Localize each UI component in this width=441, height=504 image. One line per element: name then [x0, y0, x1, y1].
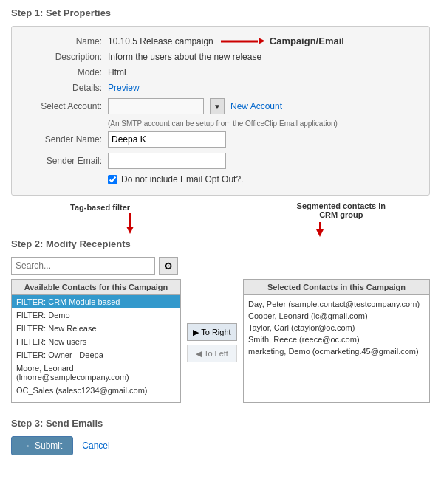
list-item[interactable]: FILTER: Demo — [12, 308, 180, 322]
new-account-link[interactable]: New Account — [230, 101, 282, 111]
list-item: Taylor, Carl (ctaylor@oc.com) — [248, 322, 425, 334]
submit-button[interactable]: → Submit — [11, 436, 73, 455]
details-label: Details: — [27, 83, 108, 93]
list-item[interactable]: FILTER: New users — [12, 335, 180, 348]
selected-contacts-list: Day, Peter (sample.contact@testcompany.c… — [244, 295, 429, 402]
mode-value: Html — [108, 67, 126, 77]
action-row: → Submit Cancel — [11, 436, 430, 455]
opt-out-checkbox[interactable] — [108, 175, 117, 184]
list-item[interactable]: FILTER: New Release — [12, 322, 180, 335]
available-contacts-box: Available Contacts for this Campaign FIL… — [11, 279, 181, 403]
list-item: Cooper, Leonard (lc@gmail.com) — [248, 310, 425, 322]
tag-filter-arrow — [123, 213, 137, 236]
list-item: Smith, Reece (reece@oc.com) — [248, 334, 425, 345]
list-item[interactable]: Moore, Leonard (lmorre@samplecompany.com… — [12, 362, 180, 384]
details-row: Details: Preview — [27, 83, 414, 93]
tag-filter-annotation: Tag-based filter — [70, 203, 130, 212]
sender-name-label: Sender Name: — [27, 134, 108, 145]
smtp-note: (An SMTP account can be setup from the O… — [108, 120, 414, 128]
step2-header: Step 2: Modify Recepients — [11, 238, 430, 249]
contacts-area: Available Contacts for this Campaign FIL… — [11, 279, 430, 403]
sender-email-input[interactable] — [108, 153, 226, 169]
submit-label: Submit — [35, 441, 62, 451]
sender-name-input[interactable] — [108, 131, 226, 148]
segmented-annotation: Segmented contacts in CRM group — [297, 201, 386, 219]
opt-out-label: Do not include Email Opt Out?. — [121, 174, 243, 184]
transfer-buttons-area: ▶ To Right ◀ To Left — [187, 279, 237, 362]
search-icon: ⚙ — [164, 260, 173, 272]
name-row: Name: 10.10.5 Release campaign Campaign/… — [27, 35, 414, 46]
to-right-button[interactable]: ▶ To Right — [187, 323, 237, 341]
to-left-label: ◀ To Left — [196, 349, 228, 359]
name-label: Name: — [27, 36, 108, 46]
list-item[interactable]: OC_Sales (salesc1234@gmail.com) — [12, 384, 180, 397]
svg-marker-1 — [126, 227, 134, 234]
step1-header: Step 1: Set Properties — [11, 7, 430, 18]
svg-marker-3 — [316, 229, 324, 237]
cancel-link[interactable]: Cancel — [82, 441, 109, 451]
selected-contacts-box: Selected Contacts in this Campaign Day, … — [243, 279, 430, 403]
account-dropdown[interactable] — [108, 98, 204, 114]
annotation-area: Tag-based filter Segmented contacts in C… — [11, 201, 430, 238]
name-value: 10.10.5 Release campaign Campaign/Email — [108, 35, 344, 46]
campaign-email-label: Campaign/Email — [270, 35, 344, 46]
mode-label: Mode: — [27, 67, 108, 77]
preview-link[interactable]: Preview — [108, 83, 140, 93]
to-left-button[interactable]: ◀ To Left — [187, 345, 237, 362]
submit-arrow-icon: → — [22, 441, 31, 451]
red-arrow-icon — [221, 37, 265, 46]
description-label: Description: — [27, 52, 108, 62]
description-value: Inform the users about the new release — [108, 52, 261, 62]
search-button[interactable]: ⚙ — [159, 257, 178, 275]
list-item[interactable]: FILTER: Owner - Deepa — [12, 348, 180, 362]
name-text: 10.10.5 Release campaign — [108, 36, 213, 46]
sender-name-row: Sender Name: — [27, 131, 414, 148]
list-item: marketing, Demo (ocmarketing.45@gmail.co… — [248, 345, 425, 357]
select-account-label: Select Account: — [27, 101, 108, 111]
segmented-arrow — [313, 222, 327, 239]
list-item: Day, Peter (sample.contact@testcompany.c… — [248, 298, 425, 310]
select-account-inner: ▼ New Account — [108, 98, 282, 114]
opt-out-row: Do not include Email Opt Out?. — [108, 174, 414, 184]
list-item[interactable]: FILTER: CRM Module based — [12, 295, 180, 308]
campaign-arrow: Campaign/Email — [221, 35, 344, 46]
description-row: Description: Inform the users about the … — [27, 52, 414, 62]
step3-header: Step 3: Send Emails — [11, 418, 430, 429]
mode-row: Mode: Html — [27, 67, 414, 77]
to-right-label: ▶ To Right — [193, 328, 230, 337]
available-contacts-title: Available Contacts for this Campaign — [12, 280, 180, 295]
dropdown-arrow-btn[interactable]: ▼ — [210, 98, 225, 114]
search-row: ⚙ — [11, 257, 430, 275]
step1-box: Name: 10.10.5 Release campaign Campaign/… — [11, 26, 430, 196]
selected-contacts-title: Selected Contacts in this Campaign — [244, 280, 429, 295]
available-contacts-list[interactable]: FILTER: CRM Module basedFILTER: DemoFILT… — [12, 295, 180, 402]
search-input[interactable] — [11, 257, 155, 275]
sender-email-label: Sender Email: — [27, 156, 108, 166]
sender-email-row: Sender Email: — [27, 153, 414, 169]
step3-area: Step 3: Send Emails → Submit Cancel — [11, 418, 430, 455]
select-account-row: Select Account: ▼ New Account — [27, 98, 414, 114]
